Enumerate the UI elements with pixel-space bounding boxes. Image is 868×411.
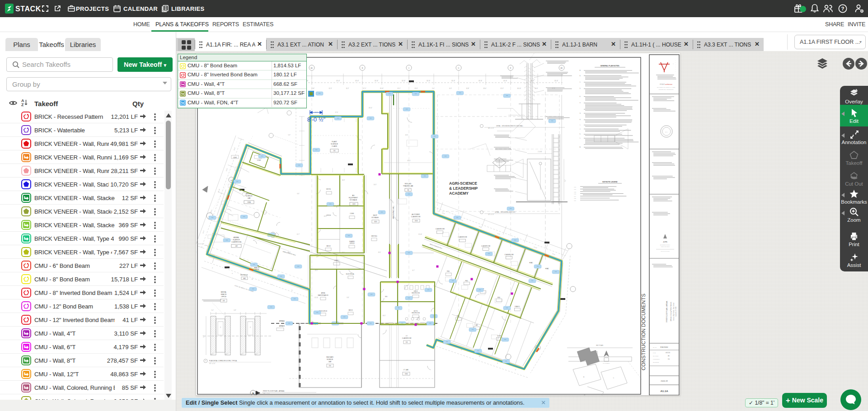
svg-text:***: *** (288, 322, 291, 325)
svg-text:25'-11": 25'-11" (380, 88, 384, 89)
svg-text:FND: FND (465, 280, 468, 282)
svg-text:ANIMAL: ANIMAL (234, 237, 239, 238)
svg-text:STUDIO architecture: STUDIO architecture (660, 84, 672, 85)
svg-text:STAIR 3: STAIR 3 (515, 306, 520, 308)
svg-text:LAB: LAB (248, 197, 251, 199)
svg-text:E.: E. (580, 96, 581, 98)
svg-text:STORAGE: STORAGE (371, 217, 379, 219)
svg-text:1/8" = 1'-0": 1/8" = 1'-0" (263, 393, 270, 395)
svg-text:DETAIL - GROUNDING TEM STC/CMU: DETAIL - GROUNDING TEM STC/CMU WALL (496, 125, 523, 127)
svg-text:12'-4": 12'-4" (402, 80, 405, 82)
svg-text:***: *** (319, 93, 321, 95)
svg-text:26'-3": 26'-3" (383, 315, 386, 317)
svg-text:***: *** (456, 217, 459, 219)
svg-text:*603: *603 (574, 193, 577, 195)
svg-text:***: *** (551, 120, 554, 122)
svg-text:CLASSROOM: CLASSROOM (411, 216, 421, 218)
svg-text:BCA 254604: BCA 254604 (661, 346, 668, 348)
svg-text:AREA: AREA (321, 292, 326, 294)
svg-text:25'-10": 25'-10" (418, 234, 422, 235)
svg-text:WRITING: WRITING (371, 235, 378, 237)
svg-text:TRADES LAB: TRADES LAB (403, 185, 413, 187)
svg-text:8'-8": 8'-8" (347, 297, 349, 299)
svg-text:SCIENCE: SCIENCE (245, 195, 253, 197)
svg-text:***: *** (445, 155, 447, 158)
svg-text:Louisville, KY 4000: Louisville, KY 4000 (675, 306, 677, 317)
svg-text:***: *** (415, 93, 417, 95)
svg-text:Jefferson County Public School: Jefferson County Public Schools (670, 302, 672, 322)
svg-text:***: *** (348, 235, 350, 237)
svg-text:KEYNOTE LEGEND: KEYNOTE LEGEND (602, 181, 618, 183)
svg-text:***: *** (452, 280, 454, 282)
svg-text:***: *** (329, 203, 332, 206)
svg-text:CONSTRUCTION DOCUMENTS: CONSTRUCTION DOCUMENTS (641, 294, 646, 370)
svg-text:AGRI-SCIENCE: AGRI-SCIENCE (449, 181, 477, 186)
svg-text:148: 148 (230, 180, 232, 182)
svg-text:***: *** (236, 181, 239, 183)
svg-text:CLASS: CLASS (332, 145, 337, 147)
svg-text:1320: 1320 (374, 221, 377, 223)
svg-text:*604: *604 (574, 196, 577, 197)
svg-text:***: *** (506, 307, 508, 309)
svg-text:***: *** (243, 216, 245, 218)
svg-text:***: *** (298, 164, 300, 167)
svg-text:***: *** (398, 307, 400, 309)
svg-text:COMM.: COMM. (350, 213, 354, 215)
svg-text:22'-10": 22'-10" (314, 297, 318, 299)
svg-text:*606: *606 (574, 200, 577, 201)
svg-text:***: *** (408, 252, 410, 254)
svg-text:23'-11": 23'-11" (369, 107, 372, 109)
svg-text:***: *** (555, 271, 557, 273)
svg-text:FND: FND (497, 297, 501, 299)
svg-text:1463: 1463 (352, 203, 356, 205)
svg-text:CHECKED BY: CHECKED BY (653, 359, 660, 360)
svg-text:7'-2": 7'-2" (564, 179, 566, 182)
svg-text:C: C (408, 67, 410, 69)
svg-text:23'-5": 23'-5" (315, 270, 318, 271)
svg-text:5'-0": 5'-0" (432, 88, 434, 89)
svg-text:***: *** (477, 350, 479, 352)
svg-text:145A1: 145A1 (233, 157, 237, 159)
svg-text:12'-4": 12'-4" (503, 80, 507, 82)
svg-text:***: *** (252, 288, 254, 290)
svg-text:JCPS: JCPS (663, 241, 667, 243)
svg-text:2024-19: 2024-19 (661, 380, 668, 382)
svg-text:VR2: VR2 (243, 278, 246, 280)
svg-text:M.: M. (580, 146, 581, 148)
svg-text:J.: J. (580, 128, 581, 130)
svg-text:SCIENCE: SCIENCE (327, 359, 333, 360)
svg-text:1/2" = 1'-0": 1/2" = 1'-0" (488, 214, 494, 215)
svg-text:HVAC: HVAC (545, 268, 549, 270)
svg-text:***: *** (316, 312, 319, 314)
svg-text:17'-3": 17'-3" (552, 88, 555, 89)
svg-text:3/4" = 1'-0": 3/4" = 1'-0" (488, 127, 494, 129)
svg-text:AREA A: AREA A (279, 320, 285, 322)
svg-text:145: 145 (222, 300, 225, 302)
svg-text:A1: A1 (311, 67, 314, 69)
svg-text:G.: G. (580, 112, 581, 114)
svg-text:***: *** (381, 211, 383, 214)
svg-text:STORAGE: STORAGE (350, 199, 357, 201)
svg-text:***: *** (506, 95, 508, 97)
svg-text:***: *** (446, 341, 448, 343)
svg-text:132: 132 (407, 189, 409, 191)
svg-text:***: *** (504, 339, 507, 341)
svg-text:CLASSROOM: CLASSROOM (458, 236, 467, 238)
svg-text:A.: A. (580, 70, 581, 71)
svg-text:ACADEMY: ACADEMY (449, 191, 469, 196)
svg-text:4'-11": 4'-11" (312, 88, 315, 89)
svg-text:CLASSROOM: CLASSROOM (505, 254, 514, 256)
svg-text:R.R.: R.R. (385, 296, 388, 298)
svg-text:23'-0": 23'-0" (483, 88, 487, 89)
svg-text:B: B (362, 67, 363, 69)
svg-text:ddc: ddc (668, 355, 670, 357)
svg-text:MAKERSPACE HALL: MAKERSPACE HALL (393, 206, 394, 219)
svg-text:MECH: MECH (349, 309, 353, 311)
svg-text:DETAIL - GROUNDING ELECTRIC: DETAIL - GROUNDING ELECTRIC (495, 211, 515, 213)
svg-text:MECH: MECH (327, 245, 331, 247)
svg-text:N: N (252, 392, 253, 395)
svg-text:20'-3": 20'-3" (342, 179, 345, 181)
svg-text:B: B (583, 376, 584, 378)
svg-text:*605: *605 (574, 198, 577, 199)
svg-text:CLASSROOM: CLASSROOM (481, 245, 490, 247)
